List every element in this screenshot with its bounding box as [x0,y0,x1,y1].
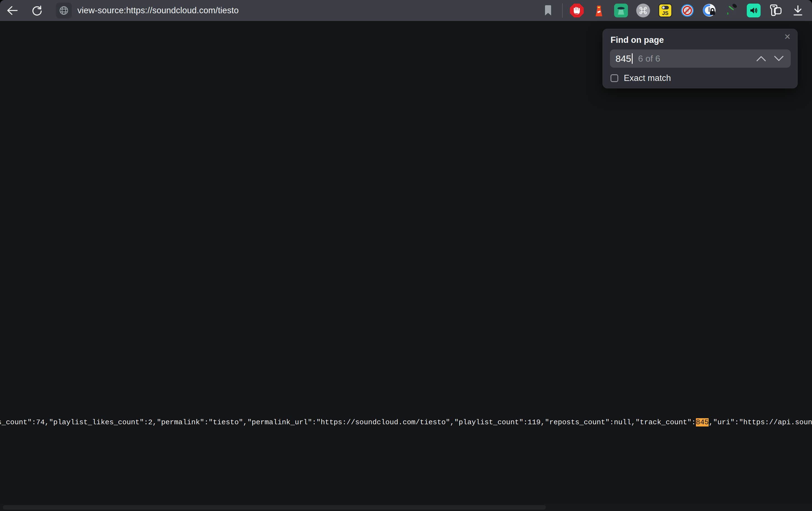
search-match-highlight: 845 [696,418,709,426]
extension-command[interactable] [635,2,651,19]
ufo-icon [614,4,628,18]
source-code-line: s_count":74,"playlist_likes_count":2,"pe… [0,418,812,427]
downloads-button[interactable] [790,2,806,19]
exact-match-checkbox[interactable] [611,74,618,82]
url-text: view-source:https://soundcloud.com/tiest… [77,5,239,16]
find-on-page-panel: Find on page ✕ 845 6 of 6 Exact match [603,29,798,88]
find-query-text: 845 [615,53,631,64]
js-toggle-icon: JS [658,4,672,18]
bookmark-button[interactable] [540,2,556,19]
extension-ufo[interactable] [613,2,629,19]
back-button[interactable] [4,3,20,18]
exact-match-label[interactable]: Exact match [624,73,671,83]
extension-adblock[interactable] [569,2,585,19]
text-caret [632,53,633,64]
source-text-after: ,"uri":"https://api.soundcl [708,418,812,426]
svg-text:JS: JS [662,10,668,16]
source-text-before: s_count":74,"playlist_likes_count":2,"pe… [0,418,696,426]
address-bar[interactable]: view-source:https://soundcloud.com/tiest… [56,2,239,19]
extension-dropper[interactable] [724,2,740,19]
find-panel-title: Find on page [611,35,664,45]
globe-icon [59,5,69,16]
reload-button[interactable] [29,3,45,18]
speaker-sound-icon [747,4,761,18]
extension-lighthouse[interactable] [591,2,607,19]
browser-window: view-source:https://soundcloud.com/tiest… [0,0,812,511]
find-input[interactable]: 845 6 of 6 [610,50,791,68]
browser-toolbar: view-source:https://soundcloud.com/tiest… [0,0,812,21]
reload-icon [31,5,42,16]
blocked-sign-icon [680,4,694,18]
previous-match-button[interactable] [756,55,766,62]
match-counter: 6 of 6 [638,54,660,64]
extension-audio[interactable] [746,2,762,19]
extension-1password[interactable] [701,2,718,19]
toolbar-right: JS [534,2,806,19]
back-arrow-icon [6,6,18,15]
key-card-icon [769,4,783,17]
onepassword-lock-icon [702,3,717,18]
horizontal-scrollbar-thumb[interactable] [3,505,546,510]
toolbar-divider [562,3,563,18]
next-match-button[interactable] [774,55,784,62]
download-icon [793,5,803,16]
lighthouse-icon [593,4,604,17]
hand-stop-icon [570,4,584,18]
extension-blocker[interactable] [679,2,695,19]
color-dropper-icon [724,3,739,18]
extension-js-toggle[interactable]: JS [657,2,673,19]
keycard-button[interactable] [768,2,784,19]
site-globe-badge [56,2,72,19]
close-icon[interactable]: ✕ [784,33,791,41]
bookmark-icon [544,5,552,16]
command-icon [636,4,650,18]
horizontal-scrollbar-track [0,504,812,511]
